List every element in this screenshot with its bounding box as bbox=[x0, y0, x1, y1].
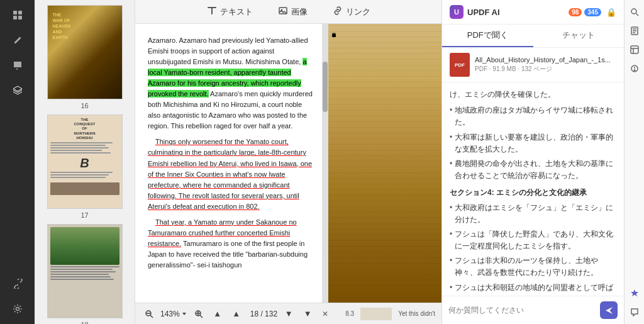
pdf-view-container: Azamaro. Azamaro had previously led Yama… bbox=[135, 24, 441, 324]
pdf-icon-label: PDF bbox=[455, 62, 465, 68]
vertical-scrollbar[interactable] bbox=[322, 24, 328, 303]
svg-point-17 bbox=[631, 9, 636, 14]
ai-badges: 98 345 bbox=[569, 8, 601, 16]
zoom-out-button[interactable] bbox=[142, 306, 157, 321]
svg-line-18 bbox=[636, 14, 638, 16]
bullet-dot-5: • bbox=[450, 228, 452, 252]
svg-point-4 bbox=[16, 308, 19, 311]
file-meta: PDF · 91.9 MB · 132 ページ bbox=[475, 65, 616, 74]
main-area: テキスト 画像 リンク bbox=[135, 0, 441, 324]
svg-rect-6 bbox=[211, 7, 213, 14]
ai-bullet-text-4: 大和政府はエミシを「フシュ」と「エミシ」に分けた。 bbox=[455, 202, 616, 226]
page-preview-left: 8.3 bbox=[345, 310, 354, 317]
ai-bullet-5: • フシュは「降伏した野蛮人」であり、大和文化に一定程度同化したエミシを指す。 bbox=[450, 228, 616, 252]
link-tool-label: リンク bbox=[346, 6, 370, 18]
thumbnail-panel: THEWAR OFHEAVENANDEARTH 16 THECONQUESTOF… bbox=[35, 0, 135, 324]
sidebar-icon-grid[interactable] bbox=[6, 4, 29, 26]
pdf-image-page: 吾妻鏡巻第一武蔵国住人源頼朝挙義兵事 bbox=[328, 24, 441, 303]
svg-rect-0 bbox=[13, 11, 17, 14]
scrollbar-thumb[interactable] bbox=[323, 62, 328, 112]
file-name: All_About_History_History_of_Japan_-_1s.… bbox=[475, 56, 616, 64]
far-icon-chat[interactable] bbox=[626, 304, 643, 320]
thumbnail-page-18[interactable]: 18 bbox=[47, 224, 123, 324]
far-icon-4[interactable] bbox=[626, 60, 643, 77]
tab-chat[interactable]: チャット bbox=[533, 25, 625, 47]
zoom-in-button[interactable] bbox=[191, 306, 206, 321]
far-icon-3[interactable] bbox=[626, 42, 643, 58]
ai-bullet-text-5: フシュは「降伏した野蛮人」であり、大和文化に一定程度同化したエミシを指す。 bbox=[455, 228, 616, 252]
text-icon bbox=[207, 6, 217, 18]
image-tool-label: 画像 bbox=[291, 6, 308, 18]
ai-text-1: け、エミシの降伏を確保した。 bbox=[450, 89, 616, 101]
thumbnail-page-16-label: 16 bbox=[80, 102, 88, 109]
image-icon bbox=[278, 6, 288, 18]
underlined-para2: Things only worsened for the Yamato cour… bbox=[148, 138, 312, 209]
svg-line-10 bbox=[150, 315, 153, 318]
ai-bullet-7: • フシュは大和朝廷の地域的な同盟者として呼ばれることがあった。 bbox=[450, 282, 616, 296]
sidebar-icon-edit[interactable] bbox=[6, 29, 29, 52]
lock-icon: 🔒 bbox=[606, 8, 616, 17]
bullet-dot-4: • bbox=[450, 202, 452, 226]
link-icon bbox=[333, 6, 343, 18]
ai-bullet-text-3: 農地開発の命令が出され、土地を大和の基準に合わせることで統治が容易になった。 bbox=[455, 158, 616, 182]
ai-content: け、エミシの降伏を確保した。 • 地域政府の座はタガ城からイサワ城に移転された。… bbox=[442, 82, 624, 296]
paragraph-1: Azamaro. Azamaro had previously led Yama… bbox=[148, 35, 315, 131]
svg-point-28 bbox=[634, 70, 635, 71]
svg-rect-1 bbox=[18, 11, 22, 14]
link-tool-button[interactable]: リンク bbox=[328, 3, 375, 20]
far-icon-2[interactable] bbox=[626, 23, 643, 39]
ai-send-button[interactable] bbox=[600, 301, 618, 319]
bullet-dot-7: • bbox=[450, 282, 452, 296]
close-toolbar-button[interactable]: ✕ bbox=[319, 308, 331, 320]
paragraph-3: That year, a Yamato army under Sakanoue … bbox=[148, 217, 315, 271]
thumbnail-page-17[interactable]: THECONQUESTOFNORTHERNHONSHU B 17 bbox=[47, 115, 123, 219]
ai-section-title: セクション4: エミシの分化と文化的継承 bbox=[450, 187, 616, 199]
page-display: 18 / 132 bbox=[250, 310, 277, 318]
ai-bullet-text-7: フシュは大和朝廷の地域的な同盟者として呼ばれることがあった。 bbox=[455, 282, 616, 296]
svg-line-13 bbox=[200, 315, 203, 318]
page-preview-right: Yet this didn't bbox=[398, 310, 435, 317]
scroll-up-button[interactable]: ▲ bbox=[229, 306, 244, 321]
thumbnail-page-16[interactable]: THEWAR OFHEAVENANDEARTH 16 bbox=[47, 5, 123, 109]
sidebar-icon-settings[interactable] bbox=[6, 298, 29, 320]
page-thumbnail-preview bbox=[360, 308, 392, 320]
ai-panel-header: U UPDF AI 98 345 🔒 bbox=[442, 0, 624, 25]
sidebar-icon-link[interactable] bbox=[6, 272, 29, 295]
ai-input-field[interactable] bbox=[448, 306, 596, 315]
paragraph-2: Things only worsened for the Yamato cour… bbox=[148, 137, 315, 211]
scroll-to-bottom-button[interactable]: ▼ bbox=[300, 306, 315, 321]
zoom-level-display[interactable]: 143% bbox=[160, 310, 187, 318]
ai-logo: U bbox=[450, 5, 464, 19]
bullet-dot-3: • bbox=[450, 158, 452, 182]
ai-bullet-text-2: 大和軍は新しい要塞を建設し、政治的・軍事的な支配を拡大した。 bbox=[455, 131, 616, 155]
sidebar-icon-comment[interactable] bbox=[6, 54, 29, 77]
sidebar-icon-layers[interactable] bbox=[6, 79, 29, 102]
image-tool-button[interactable]: 画像 bbox=[273, 3, 313, 20]
far-icon-sparkle[interactable] bbox=[626, 285, 643, 301]
top-toolbar: テキスト 画像 リンク bbox=[135, 0, 441, 24]
file-details: All_About_History_History_of_Japan_-_1s.… bbox=[475, 56, 616, 74]
ai-panel-title: UPDF AI bbox=[467, 8, 565, 17]
bottom-toolbar: 143% ▲ ▲ 18 / 132 ▼ ▼ ✕ bbox=[135, 303, 441, 324]
far-right-panel bbox=[624, 0, 644, 324]
pdf-text-page: Azamaro. Azamaro had previously led Yama… bbox=[135, 24, 328, 303]
svg-rect-3 bbox=[18, 16, 22, 20]
bullet-dot-6: • bbox=[450, 255, 452, 279]
text-tool-button[interactable]: テキスト bbox=[202, 3, 258, 20]
bullet-dot-1: • bbox=[450, 104, 452, 128]
para1-text: Azamaro. Azamaro had previously led Yama… bbox=[148, 36, 308, 65]
far-search-icon[interactable] bbox=[626, 4, 643, 20]
ai-bullet-2: • 大和軍は新しい要塞を建設し、政治的・軍事的な支配を拡大した。 bbox=[450, 131, 616, 155]
svg-rect-2 bbox=[13, 16, 17, 20]
pdf-page-wrapper: Azamaro. Azamaro had previously led Yama… bbox=[135, 24, 441, 324]
tab-pdf[interactable]: PDFで聞く bbox=[442, 25, 533, 47]
scroll-to-top-button[interactable]: ▲ bbox=[210, 306, 225, 321]
bullet-dot-2: • bbox=[450, 131, 452, 155]
ai-input-area bbox=[442, 296, 624, 324]
ai-bullet-1: • 地域政府の座はタガ城からイサワ城に移転された。 bbox=[450, 104, 616, 128]
thumbnail-page-18-label: 18 bbox=[80, 321, 88, 324]
ai-bullet-text-6: フシュは非大和のルーツを保持し、土地や神々、武器を数世代にわたり守り続けた。 bbox=[455, 255, 616, 279]
svg-rect-23 bbox=[631, 46, 638, 53]
zoom-value: 143% bbox=[160, 310, 180, 318]
scroll-down-button[interactable]: ▼ bbox=[281, 306, 296, 321]
